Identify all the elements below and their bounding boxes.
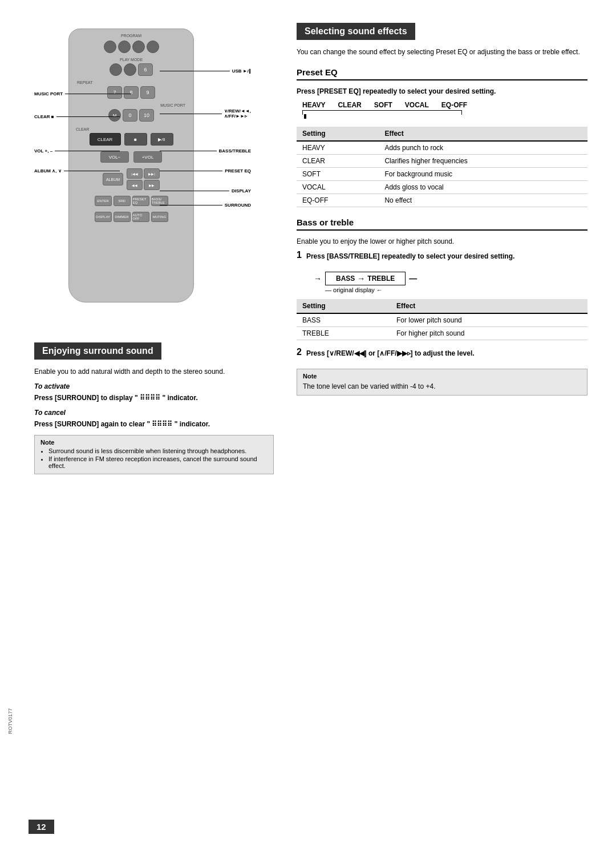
eq-off: EQ-OFF <box>441 101 467 109</box>
bass-treble-intro: Enable you to enjoy the lower or higher … <box>297 236 587 247</box>
album-label: ALBUM ∧, ∨ <box>34 168 120 174</box>
surround-intro: Enable you to add natural width and dept… <box>34 366 274 377</box>
preset-eq-col-setting: Setting <box>297 127 379 141</box>
to-activate-text: Press [SURROUND] to display " ⠿⠿⠿⠿ " ind… <box>34 393 274 403</box>
bass-treble-note-text: The tone level can be varied within -4 t… <box>303 381 581 392</box>
surround-note-item-1: Surround sound is less discernible when … <box>48 447 268 454</box>
bt-arrow-row: → BASS → TREBLE — <box>314 272 417 285</box>
music-port-label: MUSIC PORT <box>34 91 131 96</box>
step1-number: 1 <box>297 251 302 260</box>
effect-heavy: Adds punch to rock <box>379 141 587 155</box>
surround-section: Enjoying surround sound Enable you to ad… <box>34 342 274 474</box>
surround-note: Note Surround sound is less discernible … <box>34 435 274 474</box>
setting-heavy: HEAVY <box>297 141 379 155</box>
effect-eq-off: No effect <box>379 194 587 207</box>
preset-eq-col-effect: Effect <box>379 127 587 141</box>
bt-col-effect: Effect <box>391 299 587 313</box>
prog-btn1[interactable] <box>104 41 116 53</box>
prog-btn2[interactable] <box>118 41 131 53</box>
bt-arrow-mid: → <box>357 274 365 283</box>
num0[interactable]: 0 <box>123 109 137 122</box>
table-row: VOCAL Adds gloss to vocal <box>297 181 587 194</box>
usb-label: USB ►/‖ <box>160 68 251 74</box>
to-cancel-label: To cancel <box>34 408 274 418</box>
table-row: EQ-OFF No effect <box>297 194 587 207</box>
effect-clear: Clarifies higher frequencies <box>379 155 587 168</box>
setting-clear: CLEAR <box>297 155 379 168</box>
setting-soft: SOFT <box>297 168 379 181</box>
page-number-small: 12 <box>46 827 52 834</box>
step2: 2 Press [∨/REW/◀◀] or [∧/FF/▶▶▹] to adju… <box>297 348 587 363</box>
remote-diagram: PROGRAM PLAY MODE <box>34 23 251 325</box>
original-display: — original display ← <box>325 287 383 293</box>
table-row: TREBLE For higher pitch sound <box>297 327 587 340</box>
table-row: BASS For lower pitch sound <box>297 313 587 327</box>
preset-eq-title: Preset EQ <box>297 67 587 80</box>
clear-button[interactable]: CLEAR <box>90 133 121 146</box>
preset-eq-label: PRESET EQ <box>160 168 251 174</box>
preset-eq-instruction: Press [PRESET EQ] repeatedly to select y… <box>297 86 587 96</box>
surround-btn[interactable]: SRD <box>114 196 131 206</box>
vrew-btn[interactable]: |◀◀ <box>127 168 143 179</box>
step1: 1 Press [BASS/TREBLE] repeatedly to sele… <box>297 251 587 266</box>
bass-treble-header-row: Setting Effect <box>297 299 587 313</box>
surround-note-item-2: If interference in FM stereo reception i… <box>48 455 268 469</box>
enter-btn[interactable]: ENTER <box>95 196 112 206</box>
eq-clear: CLEAR <box>338 101 361 109</box>
bt-bass-label: BASS <box>336 275 355 283</box>
num6[interactable]: 6 <box>138 63 153 76</box>
to-activate-label: To activate <box>34 381 274 392</box>
vff-btn[interactable]: ▶▶| <box>144 168 160 179</box>
step2-number: 2 <box>297 348 302 357</box>
album-btn[interactable]: ALBUM <box>103 173 123 185</box>
table-row: SOFT For background music <box>297 168 587 181</box>
eq-diagram: HEAVY CLEAR SOFT VOCAL EQ-OFF <box>297 101 587 119</box>
bt-col-setting: Setting <box>297 299 391 313</box>
vrew-label: ∨/REW/◄◄, ∧/FF/►►▹ <box>160 108 251 119</box>
display-btn[interactable]: DISPLAY <box>95 212 112 222</box>
ff-btn[interactable]: ▶▶ <box>144 180 160 190</box>
bt-arrow-end: — <box>409 274 417 283</box>
step2-text: Press [∨/REW/◀◀] or [∧/FF/▶▶▹] to adjust… <box>306 348 587 358</box>
setting-eq-off: EQ-OFF <box>297 194 379 207</box>
prog-btn3[interactable] <box>132 41 145 53</box>
clear-label: CLEAR ■ <box>34 114 120 119</box>
auto-off-btn[interactable]: AUTO OFF <box>132 212 149 222</box>
muting-btn[interactable]: MUTING <box>151 212 168 222</box>
vol-label: VOL +, – <box>34 148 120 154</box>
table-row: CLEAR Clarifies higher frequencies <box>297 155 587 168</box>
to-cancel-text: Press [SURROUND] again to clear " ⠿⠿⠿⠿ "… <box>34 419 274 429</box>
prog-btn4[interactable] <box>147 41 159 53</box>
rew-btn[interactable]: ◀◀ <box>127 180 143 190</box>
bt-arrow-right: → <box>314 274 322 283</box>
preset-eq-table: Setting Effect HEAVY Adds punch to rock … <box>297 127 587 207</box>
vol-plus[interactable]: +VOL <box>133 151 162 163</box>
dimmer-btn[interactable]: DIMMER <box>114 212 131 222</box>
play-pause-button[interactable]: ▶/II <box>151 133 173 146</box>
preset-eq-table-header-row: Setting Effect <box>297 127 587 141</box>
play-mode-btn2[interactable] <box>124 63 136 76</box>
preset-eq-btn[interactable]: PRESET EQ <box>132 196 149 206</box>
play-mode-btn1[interactable] <box>110 63 122 76</box>
num9[interactable]: 9 <box>140 86 155 99</box>
bass-treble-diagram: → BASS → TREBLE — — original display ← <box>314 272 587 293</box>
effect-bass: For lower pitch sound <box>391 313 587 327</box>
surround-note-title: Note <box>40 439 268 446</box>
setting-bass: BASS <box>297 313 391 327</box>
effect-treble: For higher pitch sound <box>391 327 587 340</box>
setting-vocal: VOCAL <box>297 181 379 194</box>
bt-treble-label: TREBLE <box>367 275 395 283</box>
surround-label: SURROUND <box>160 203 251 208</box>
bass-treble-title: Bass or treble <box>297 217 587 231</box>
bt-box: BASS → TREBLE <box>325 272 406 285</box>
stop-button[interactable]: ■ <box>124 133 147 146</box>
bass-treble-table: Setting Effect BASS For lower pitch soun… <box>297 299 587 340</box>
eq-vocal: VOCAL <box>405 101 429 109</box>
num10[interactable]: 10 <box>139 109 154 122</box>
rotv-label: ROTV0177 <box>7 708 13 734</box>
surround-header: Enjoying surround sound <box>34 342 161 360</box>
surround-note-list: Surround sound is less discernible when … <box>40 447 268 469</box>
effect-soft: For background music <box>379 168 587 181</box>
selecting-sound-header: Selecting sound effects <box>297 23 415 40</box>
step1-content: Press [BASS/TREBLE] repeatedly to select… <box>306 251 587 266</box>
